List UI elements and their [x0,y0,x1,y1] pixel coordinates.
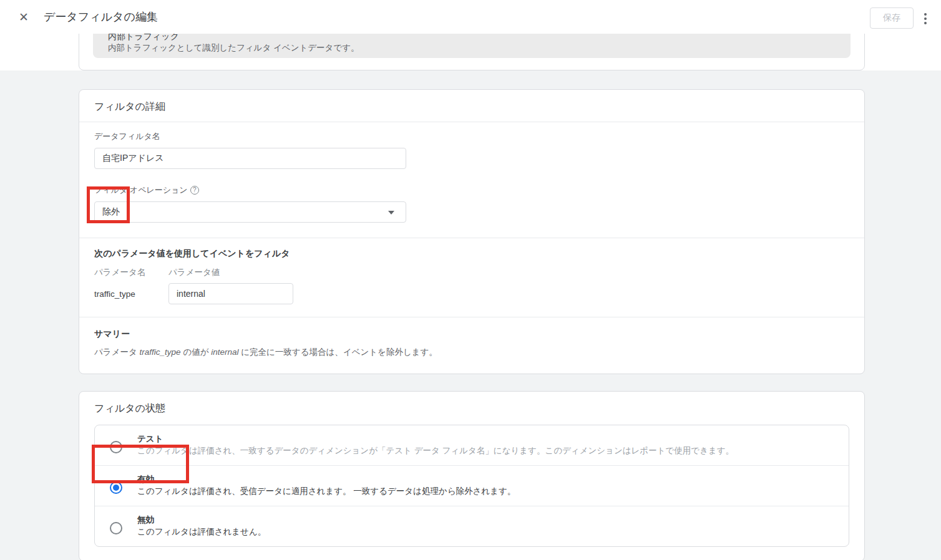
filter-state-header: フィルタの状態 [79,392,864,425]
option-texts: 無効 このフィルタは評価されません。 [137,513,266,538]
filter-operation-value: 除外 [102,206,120,218]
parameter-filter-section: 次のパラメータ値を使用してイベントをフィルタ パラメータ名 パラメータ値 tra… [79,238,864,317]
parameter-name-column-label: パラメータ名 [94,267,168,278]
summary-heading: サマリー [94,329,849,340]
filter-operation-label: フィルタ オペレーション? [94,185,849,196]
summary-section: サマリー パラメータ traffic_type の値が internal に完全… [79,317,864,374]
option-active-description: このフィルタは評価され、受信データに適用されます。 一致するデータは処理から除外… [137,485,515,498]
internal-traffic-description: 内部トラフィックとして識別したフィルタ イベントデータです。 [108,42,836,54]
data-filter-name-label: データフィルタ名 [94,131,849,142]
summary-mid: の値が [181,347,212,357]
radio-cell [95,432,137,453]
option-texts: テスト このフィルタは評価され、一致するデータのディメンションが「テスト データ… [137,432,734,457]
summary-text: パラメータ traffic_type の値が internal に完全に一致する… [94,346,849,359]
filter-details-header: フィルタの詳細 [79,90,864,122]
radio-unselected-icon[interactable] [110,441,122,453]
option-inactive[interactable]: 無効 このフィルタは評価されません。 [95,506,849,546]
option-test-description: このフィルタは評価され、一致するデータのディメンションが「テスト データ フィル… [137,445,734,457]
filter-operation-select[interactable]: 除外 [94,201,406,223]
filter-details-card: フィルタの詳細 データフィルタ名 フィルタ オペレーション? 除外 次のパラメー… [79,89,865,374]
option-texts: 有効 このフィルタは評価され、受信データに適用されます。 一致するデータは処理か… [137,473,515,498]
radio-selected-icon[interactable] [110,481,122,494]
close-icon[interactable]: ✕ [19,11,29,23]
filter-state-title: フィルタの状態 [94,402,849,415]
filter-state-options: テスト このフィルタは評価され、一致するデータのディメンションが「テスト データ… [94,425,849,547]
option-test-label: テスト [137,433,734,445]
option-active-label: 有効 [137,474,515,485]
parameter-section-heading: 次のパラメータ値を使用してイベントをフィルタ [94,248,849,259]
chevron-down-icon [388,211,394,215]
summary-prefix: パラメータ [94,347,140,357]
filter-operation-label-text: フィルタ オペレーション [94,185,188,196]
parameter-name-value: traffic_type [94,289,168,299]
summary-param-italic: traffic_type [140,347,181,357]
filter-details-section: データフィルタ名 フィルタ オペレーション? 除外 [79,122,864,238]
parameter-value-input[interactable] [168,283,293,304]
summary-value-italic: internal [211,347,238,357]
data-filter-name-input[interactable] [94,148,406,169]
filter-details-title: フィルタの詳細 [94,100,849,113]
filter-state-card: フィルタの状態 テスト このフィルタは評価され、一致するデータのディメンションが… [79,391,865,560]
summary-suffix: に完全に一致する場合は、イベントを除外します。 [238,347,437,357]
page-body: 内部トラフィック 内部トラフィックとして識別したフィルタ イベントデータです。 … [0,34,941,560]
parameter-value-column-label: パラメータ値 [168,267,849,278]
help-icon[interactable]: ? [190,186,199,195]
save-button[interactable]: 保存 [870,7,914,29]
option-inactive-description: このフィルタは評価されません。 [137,526,266,538]
page-title: データフィルタの編集 [44,9,158,24]
option-test[interactable]: テスト このフィルタは評価され、一致するデータのディメンションが「テスト データ… [95,425,849,465]
parameter-grid: パラメータ名 パラメータ値 traffic_type [94,267,849,304]
radio-cell [95,473,137,494]
radio-cell [95,513,137,534]
option-active[interactable]: 有効 このフィルタは評価され、受信データに適用されます。 一致するデータは処理か… [95,465,849,506]
kebab-menu-icon[interactable] [920,11,931,26]
option-inactive-label: 無効 [137,514,266,526]
app-header: ✕ データフィルタの編集 保存 [0,0,941,34]
radio-unselected-icon[interactable] [110,522,122,534]
